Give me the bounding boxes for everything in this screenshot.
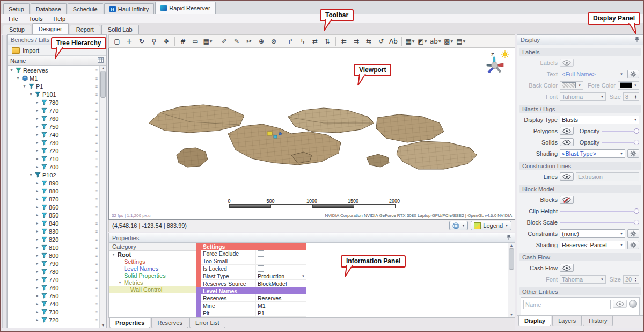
expander-icon[interactable]: ▸ [35, 309, 40, 314]
row-menu-icon[interactable]: ≡ [95, 92, 99, 97]
solids-opacity-slider[interactable] [602, 139, 639, 146]
property-value[interactable] [256, 250, 306, 257]
expander-icon[interactable]: ▸ [35, 100, 40, 105]
edit-vertices-button[interactable]: ✎ [231, 35, 243, 47]
tree-node-720[interactable]: ▸720≡ [8, 147, 99, 155]
block-shading-dropdown[interactable]: Reserves: Parcel ▼ [560, 241, 625, 249]
constraints-dropdown[interactable]: (none) ▼ [560, 229, 625, 238]
row-menu-icon[interactable]: ≡ [95, 108, 99, 113]
row-menu-icon[interactable]: ≡ [95, 76, 99, 81]
scroll-thumb[interactable] [509, 248, 514, 270]
category-metrics[interactable]: ▾Metrics [109, 279, 196, 286]
label-text-settings-button[interactable] [627, 70, 639, 78]
expander-icon[interactable]: ▸ [35, 213, 40, 218]
expander-icon[interactable]: ▾ [28, 172, 33, 177]
expander-icon[interactable]: ▸ [35, 277, 40, 282]
expander-icon[interactable]: ▸ [35, 189, 40, 193]
doc-tab-designer[interactable]: Designer [32, 23, 69, 34]
row-menu-icon[interactable]: ≡ [95, 172, 99, 178]
tree-node-760[interactable]: ▸760≡ [8, 114, 99, 122]
expander-icon[interactable]: ▾ [28, 92, 33, 97]
scroll-up-icon[interactable]: ▲ [101, 66, 105, 70]
too-small-checkbox[interactable] [258, 258, 264, 264]
property-value[interactable]: BlockModel [256, 280, 306, 287]
doc-tab-report[interactable]: Report [70, 25, 100, 34]
color-menu-button[interactable]: ◩▼ [416, 35, 428, 47]
row-menu-icon[interactable]: ≡ [95, 205, 99, 210]
swap-vertical-button[interactable]: ⇅ [321, 35, 333, 47]
pin-icon[interactable] [634, 37, 640, 44]
split-button[interactable]: ✂ [243, 35, 255, 47]
row-menu-icon[interactable]: ≡ [95, 116, 99, 121]
tree-node-740[interactable]: ▸740≡ [8, 300, 99, 308]
expander-icon[interactable]: ▸ [35, 116, 40, 121]
tree-node-820[interactable]: ▸820≡ [8, 235, 99, 243]
layout-menu-button[interactable]: ▤▼ [455, 35, 467, 47]
expander-icon[interactable]: ▸ [35, 156, 40, 161]
expander-icon[interactable]: ▸ [35, 197, 40, 201]
top-tab-rapid-reserver[interactable]: Rapid Reserver [155, 2, 215, 14]
insert-vertex-button[interactable]: ⊕ [255, 35, 267, 47]
shading-menu-button[interactable]: ▩▼ [443, 35, 455, 47]
zoom-button[interactable]: ⚲ [148, 35, 160, 47]
constraints-settings-button[interactable] [627, 229, 639, 238]
polygons-opacity-slider[interactable] [602, 128, 639, 134]
force-exclude-checkbox[interactable] [258, 250, 264, 257]
expander-icon[interactable]: ▸ [35, 124, 40, 129]
category-settings[interactable]: Settings [109, 258, 196, 265]
row-menu-icon[interactable]: ≡ [95, 269, 99, 275]
property-value[interactable]: M1 [256, 302, 306, 309]
bottom-tab-error-list[interactable]: Error List [189, 318, 225, 328]
reverse-button[interactable]: ↺ [375, 35, 387, 47]
expander-icon[interactable]: ▸ [35, 269, 40, 274]
row-menu-icon[interactable]: ≡ [95, 148, 99, 154]
bottom-tab-reserves[interactable]: Reserves [151, 318, 188, 328]
label-font-dropdown[interactable]: Tahoma ▼ [560, 92, 606, 101]
navigation-gizmo[interactable]: Z [480, 50, 509, 79]
marquee-select-button[interactable]: ▢ [111, 35, 123, 47]
blocks-visibility-button[interactable] [560, 196, 574, 204]
row-menu-icon[interactable]: ≡ [95, 221, 99, 226]
label-text-button[interactable]: Ab [387, 35, 399, 47]
top-tab-setup[interactable]: Setup [3, 3, 30, 14]
row-menu-icon[interactable]: ≡ [95, 253, 99, 258]
expander-icon[interactable]: ▸ [35, 108, 40, 113]
row-menu-icon[interactable]: ≡ [95, 189, 99, 194]
spinner-arrows-icon[interactable]: ▲▼ [634, 95, 637, 99]
tree-node-m1[interactable]: ▾M1≡ [8, 74, 99, 82]
entity-color-ball-icon[interactable] [629, 300, 637, 308]
category-solid-properties[interactable]: Solid Properties [109, 272, 196, 279]
label-size-spinner[interactable]: 8 ▲▼ [623, 92, 639, 101]
menu-file[interactable]: File [3, 15, 24, 23]
block-scale-slider[interactable] [560, 219, 639, 226]
row-menu-icon[interactable]: ≡ [95, 317, 99, 323]
tree-node-840[interactable]: ▸840≡ [8, 219, 99, 227]
extrusion-button[interactable]: Extrusion [576, 172, 639, 181]
column-chooser-icon[interactable] [98, 57, 104, 64]
block-shading-settings-button[interactable] [627, 241, 639, 249]
property-value[interactable]: P1 [256, 309, 306, 316]
orbit-button[interactable]: ↻ [136, 35, 148, 47]
category-wall-control[interactable]: Wall Control [109, 286, 196, 293]
tree-node-750[interactable]: ▸750≡ [8, 122, 99, 131]
tree-node-p102[interactable]: ▾P102≡ [8, 171, 99, 179]
expander-icon[interactable]: ▸ [35, 317, 40, 322]
expander-icon[interactable]: ▸ [35, 229, 40, 234]
row-menu-icon[interactable]: ≡ [95, 309, 99, 315]
properties-scrollbar[interactable]: ▲ ▼ [508, 243, 515, 317]
row-menu-icon[interactable]: ≡ [95, 100, 99, 105]
tree-node-790[interactable]: ▸790≡ [8, 259, 99, 268]
display-tab-display[interactable]: Display [518, 316, 551, 326]
capture-button[interactable]: ▦▼ [202, 35, 214, 47]
scroll-down-icon[interactable]: ▼ [510, 313, 514, 316]
row-menu-icon[interactable]: ≡ [95, 213, 99, 218]
tree-node-890[interactable]: ▸890≡ [8, 179, 99, 187]
offset-down-button[interactable]: ↳ [297, 35, 309, 47]
delete-vertex-button[interactable]: ⊗ [268, 35, 280, 47]
spinner-arrows-icon[interactable]: ▲▼ [634, 277, 637, 282]
row-menu-icon[interactable]: ≡ [95, 285, 99, 291]
back-color-dropdown[interactable]: ▼ [560, 81, 583, 90]
tree-node-770[interactable]: ▸770≡ [8, 276, 99, 284]
tree-node-730[interactable]: ▸730≡ [8, 139, 99, 147]
expander-icon[interactable]: ▾ [118, 280, 122, 285]
